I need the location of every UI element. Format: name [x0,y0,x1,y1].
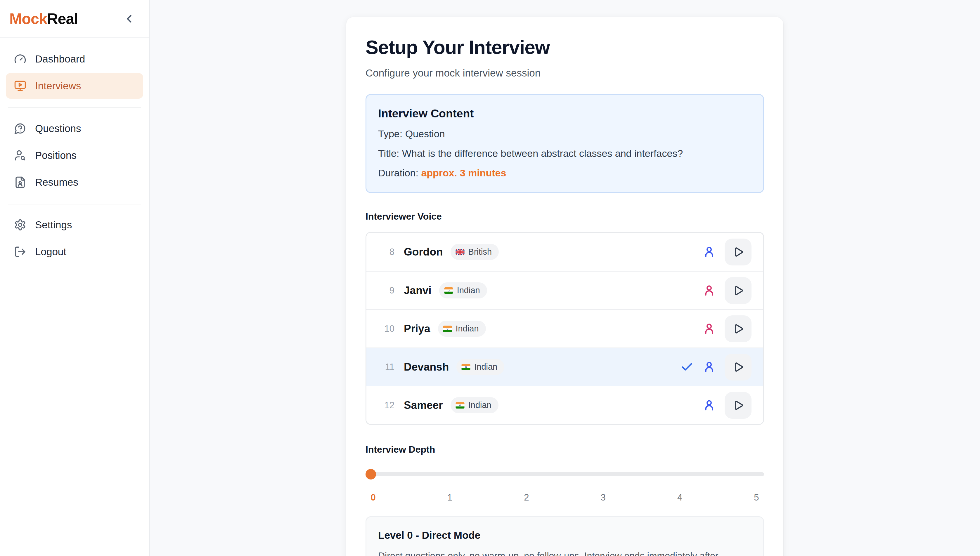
sidebar-item-label: Interviews [35,80,81,92]
sidebar-item-questions[interactable]: Questions [6,116,143,141]
monitor-play-icon [14,80,26,92]
logout-icon [14,246,26,258]
interview-content-box: Interview Content Type: Question Title: … [366,94,764,193]
row-actions [702,277,752,304]
level-description: Direct questions only, no warm-up, no fo… [378,549,726,556]
play-voice-button[interactable] [725,239,752,265]
sidebar-item-dashboard[interactable]: Dashboard [6,46,143,72]
india-flag-icon [443,326,452,332]
voice-name: Devansh [404,361,449,373]
voice-row-janvi[interactable]: 9 Janvi Indian [366,271,763,309]
title-value: What is the difference between abstract … [402,148,683,159]
interview-content-title: Interview Content [378,107,752,120]
sidebar-item-logout[interactable]: Logout [6,239,143,265]
sidebar-item-label: Resumes [35,176,78,188]
voice-row-priya[interactable]: 10 Priya Indian [366,309,763,348]
sidebar-item-label: Dashboard [35,53,85,65]
voice-number: 12 [379,400,394,411]
play-voice-button[interactable] [725,277,752,304]
sidebar: MockReal Dashboard Interviews Quest [0,0,150,556]
main-area: Setup Your Interview Configure your mock… [150,0,980,556]
level-info-box: Level 0 - Direct Mode Direct questions o… [366,516,764,556]
voice-number: 10 [379,323,394,334]
sidebar-item-settings[interactable]: Settings [6,212,143,238]
voice-name: Janvi [404,284,432,297]
row-actions [702,392,752,419]
page-title: Setup Your Interview [366,36,764,58]
depth-scale-2: 2 [521,492,532,503]
duration-value: approx. 3 minutes [421,167,506,178]
accent-badge: Indian [450,397,499,413]
type-value: Question [405,128,445,139]
row-actions [702,239,752,265]
depth-slider[interactable] [366,469,764,480]
page-subtitle: Configure your mock interview session [366,67,764,79]
voice-row-gordon[interactable]: 8 Gordon British [366,233,763,271]
interview-type-line: Type: Question [378,128,752,140]
interviewer-voice-label: Interviewer Voice [366,211,764,222]
accent-label: Indian [468,400,491,410]
person-icon[interactable] [702,399,716,412]
title-label: Title: [378,148,399,159]
depth-scale-5: 5 [751,492,762,503]
play-voice-button[interactable] [725,315,752,342]
sidebar-item-label: Questions [35,123,81,134]
accent-label: Indian [457,286,480,295]
slider-track[interactable] [366,472,764,476]
voice-name: Priya [404,323,430,335]
depth-scale-4: 4 [674,492,686,503]
interview-title-line: Title: What is the difference between ab… [378,148,752,159]
sidebar-item-label: Logout [35,246,66,257]
app-logo: MockReal [9,10,78,27]
sidebar-item-interviews[interactable]: Interviews [6,73,143,99]
india-flag-icon [462,364,470,370]
interview-duration-line: Duration: approx. 3 minutes [378,167,752,179]
interview-depth-label: Interview Depth [366,444,764,455]
level-title: Level 0 - Direct Mode [378,529,752,541]
setup-card: Setup Your Interview Configure your mock… [346,17,783,556]
person-icon[interactable] [702,360,716,374]
accent-label: British [468,247,492,257]
sidebar-item-positions[interactable]: Positions [6,142,143,168]
play-voice-button[interactable] [725,392,752,419]
logo-part1: Mock [9,10,47,27]
row-actions [680,354,752,380]
sidebar-item-label: Settings [35,219,72,231]
depth-scale: 0 1 2 3 4 5 [366,492,764,503]
chevron-left-icon [123,12,136,25]
accent-badge: Indian [439,282,487,299]
slider-handle[interactable] [366,469,376,480]
voice-row-sameer[interactable]: 12 Sameer Indian [366,386,763,424]
india-flag-icon [444,287,453,294]
user-search-icon [14,149,26,162]
sidebar-nav: Dashboard Interviews Questions Positions [0,38,149,266]
file-user-icon [14,176,26,188]
question-bubble-icon [14,122,26,135]
sidebar-header: MockReal [0,0,149,38]
accent-label: Indian [456,324,479,333]
play-voice-button[interactable] [725,354,752,380]
voice-number: 8 [379,247,394,257]
voice-row-devansh-selected[interactable]: 11 Devansh Indian [366,348,763,386]
sidebar-divider [8,107,141,108]
depth-scale-0: 0 [367,492,379,503]
sidebar-divider [8,204,141,204]
accent-label: Indian [474,362,497,372]
sidebar-item-resumes[interactable]: Resumes [6,170,143,195]
uk-flag-icon [455,249,465,255]
depth-scale-1: 1 [444,492,455,503]
person-icon[interactable] [702,245,716,259]
accent-badge: Indian [438,321,486,337]
accent-badge: Indian [457,359,504,375]
sidebar-item-label: Positions [35,150,76,161]
voice-list: 8 Gordon British 9 Janvi [366,232,764,425]
voice-number: 9 [379,285,394,296]
sidebar-collapse-button[interactable] [123,12,136,25]
gear-icon [14,219,26,231]
person-icon[interactable] [702,284,716,297]
depth-scale-3: 3 [597,492,609,503]
india-flag-icon [455,402,465,409]
person-icon[interactable] [702,322,716,336]
voice-number: 11 [379,362,394,372]
accent-badge: British [450,244,499,260]
